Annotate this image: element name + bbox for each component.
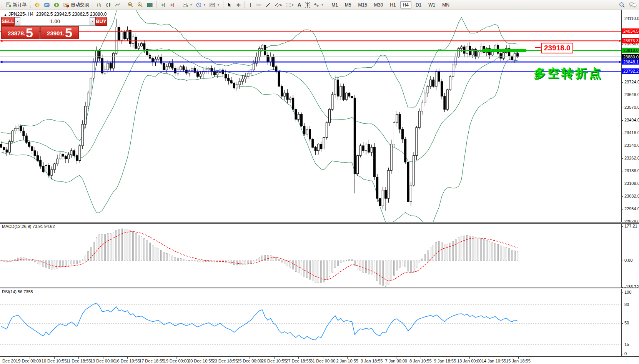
price-axis-label: 23494.0 (624, 118, 639, 122)
price-axis-label: 23724.0 (624, 80, 639, 84)
sell-price-main: 23878 (8, 28, 24, 38)
time-axis-label: 19 Dec 00:00 (164, 359, 189, 363)
chart-header: ▲JPN225-,H4 23902.5 23942.5 23862.5 2388… (4, 12, 106, 17)
time-axis-label: 15 Jan 18:55 (506, 359, 531, 363)
rsi-tick (622, 293, 623, 293)
macd-label: MACD(12,26,9) 73.91 94.62 (2, 224, 55, 229)
price-axis-label: 23262.0 (624, 156, 639, 160)
volume-input[interactable] (20, 17, 90, 25)
price-axis-label: 23976.3 (622, 38, 639, 43)
price-tick (622, 171, 623, 171)
price-axis-label: 23416.0 (624, 130, 639, 135)
time-axis-label: 3 Jan 18:55 (361, 359, 383, 363)
price-tick (622, 209, 623, 209)
price-axis-label: 0 (624, 351, 627, 356)
price-tick (622, 184, 623, 184)
pane-divider-macd[interactable] (0, 222, 639, 224)
time-axis-label: 26 Dec 10:55 (261, 359, 286, 363)
volume-down-button[interactable]: ▼ (15, 17, 20, 25)
rsi-label: RSI(14) 56.7355 (2, 289, 33, 294)
time-axis-label: 10 Dec 10:55 (42, 359, 67, 363)
price-axis-label: 23570.0 (624, 105, 639, 110)
price-axis-label: 23918.0 (622, 48, 639, 53)
price-axis-label: 23340.0 (624, 143, 639, 148)
time-axis-label: 7 Jan 00:00 (385, 359, 408, 363)
pane-divider-rsi[interactable] (0, 288, 639, 289)
one-click-trading-panel: SELL ▼ ▲ BUY 23878.5 23901.5 (1, 17, 79, 39)
time-axis-label: 9 Jan 18:55 (434, 359, 456, 363)
time-axis-label: 16 Dec 10:55 (115, 359, 140, 363)
buy-price-dot: . (63, 28, 65, 38)
turning-point-annotation[interactable]: 多空转折点 (534, 65, 603, 81)
rsi-tick (622, 305, 623, 305)
volume-up-button[interactable]: ▲ (90, 17, 95, 25)
rsi-tick (622, 345, 623, 345)
price-callout-box[interactable]: 23918.0 (541, 43, 573, 53)
macd-tick (622, 226, 623, 227)
price-tick (622, 95, 623, 95)
price-tick (622, 196, 623, 197)
collapse-arrow-icon[interactable]: ▲ (4, 13, 7, 17)
price-axis-label: 0.00 (624, 258, 632, 263)
symbol-period-label: JPN225-,H4 (8, 12, 33, 17)
buy-price-pips: 5 (65, 27, 72, 38)
rsi-tick (622, 354, 623, 354)
time-axis-label: 31 Dec 00:00 (310, 359, 335, 363)
time-axis-label: 25 Dec 00:00 (237, 359, 262, 363)
price-tick (622, 108, 623, 108)
price-axis-label: 80 (624, 302, 629, 307)
mt4-window: 新订单 自动交易 (0, 0, 639, 364)
price-axis-label: 23880.0 (622, 54, 639, 60)
price-axis-label: 23186.0 (624, 168, 639, 173)
price-axis-label: 50 (624, 321, 629, 325)
price-tick (622, 44, 623, 45)
time-axis[interactable]: Dec 20199 Dec 00:0010 Dec 10:5511 Dec 18… (0, 356, 639, 364)
buy-price-main: 23901 (47, 28, 63, 38)
price-axis-label: 23848.1 (622, 59, 639, 65)
price-tick (622, 158, 623, 159)
price-tick (622, 82, 623, 83)
time-axis-label: 14 Jan 10:55 (482, 359, 506, 363)
price-tick (622, 133, 623, 133)
time-axis-label: 11 Dec 18:55 (66, 359, 91, 363)
price-axis-label: 24034.5 (622, 28, 639, 34)
time-axis-label: 9 Dec 00:00 (18, 359, 41, 363)
time-axis-label: 20 Dec 10:55 (188, 359, 213, 363)
buy-price-display[interactable]: 23901.5 (40, 26, 79, 39)
volume-stepper: ▼ ▲ (15, 17, 95, 26)
price-axis-label: 177.21 (624, 224, 637, 228)
price-axis-label: 23648.0 (624, 92, 639, 97)
chart-canvas[interactable] (0, 0, 639, 364)
sell-price-pips: 5 (26, 27, 33, 38)
sell-button[interactable]: SELL (1, 17, 15, 26)
time-axis-label: 2 Jan 10:55 (336, 359, 358, 363)
price-tick (622, 120, 623, 121)
time-axis-label: 8 Jan 10:55 (409, 359, 432, 363)
price-tick (622, 146, 623, 146)
price-axis-label: 23792.2 (622, 68, 639, 74)
price-axis-label: 23108.0 (624, 181, 639, 186)
ohlc-values: 23902.5 23942.5 23862.5 23880.0 (36, 12, 107, 17)
price-axis-label: 24110.0 (624, 16, 639, 21)
time-axis-label: Dec 2019 (2, 359, 20, 363)
time-axis-label: 23 Dec 18:55 (213, 359, 238, 363)
price-axis-label: 15 (624, 342, 629, 347)
price-tick (622, 19, 623, 19)
time-axis-label: 13 Jan 00:00 (457, 359, 482, 363)
time-axis-label: 13 Dec 00:00 (90, 359, 115, 363)
time-axis-label: 27 Dec 18:55 (286, 359, 311, 363)
macd-tick (622, 261, 623, 261)
sell-price-display[interactable]: 23878.5 (1, 26, 40, 39)
price-axis-label: 22954.0 (624, 206, 639, 211)
sell-price-dot: . (24, 28, 25, 38)
price-axis[interactable]: 24110.023956.023724.023648.023570.023494… (621, 10, 639, 356)
rsi-tick (622, 323, 623, 324)
price-axis-label: 100 (624, 290, 631, 294)
buy-button[interactable]: BUY (95, 17, 106, 26)
time-axis-label: 17 Dec 18:55 (139, 359, 164, 363)
callout-dash (535, 47, 541, 48)
price-axis-label: 23032.0 (624, 194, 639, 198)
